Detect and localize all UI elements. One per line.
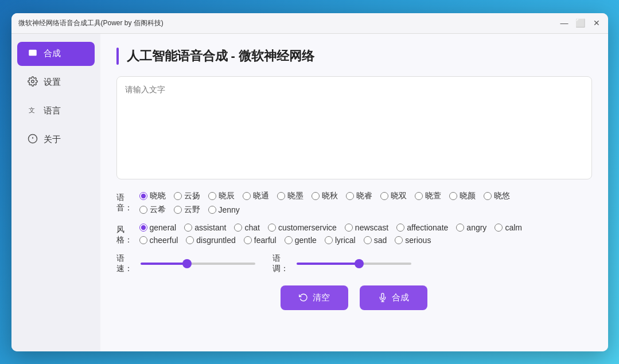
main-window: 微软神经网络语音合成工具(Power by 佰阁科技) — ⬜ ✕ 合成 设置 bbox=[11, 13, 608, 351]
language-icon: 文 bbox=[28, 105, 38, 118]
style-disgruntled[interactable]: disgruntled bbox=[186, 236, 236, 245]
voice-row-2: 云希 云野 Jenny bbox=[139, 205, 592, 215]
content-area: 人工智能语音合成 - 微软神经网络 语音： 晓晓 云扬 bbox=[100, 34, 608, 351]
button-row: 清空 合成 bbox=[116, 285, 592, 310]
style-cheerful[interactable]: cheerful bbox=[139, 236, 178, 245]
voice-xiaorong[interactable]: 晓睿 bbox=[346, 191, 372, 201]
pitch-group: 语调： bbox=[272, 253, 411, 274]
pitch-slider[interactable] bbox=[297, 263, 411, 265]
style-fearful[interactable]: fearful bbox=[244, 236, 277, 245]
voice-yunxi[interactable]: 云希 bbox=[139, 205, 166, 215]
voice-xiaoyou[interactable]: 晓悠 bbox=[484, 191, 510, 201]
style-angry[interactable]: angry bbox=[456, 223, 486, 232]
pitch-label: 语调： bbox=[272, 253, 291, 274]
voice-xiaoxuan[interactable]: 晓萱 bbox=[415, 191, 441, 201]
settings-icon bbox=[28, 76, 38, 89]
minimize-button[interactable]: — bbox=[560, 18, 569, 28]
page-title: 人工智能语音合成 - 微软神经网络 bbox=[127, 48, 315, 65]
text-input[interactable] bbox=[116, 76, 592, 179]
window-title: 微软神经网络语音合成工具(Power by 佰阁科技) bbox=[18, 18, 560, 28]
sidebar-item-about[interactable]: 关于 bbox=[17, 128, 95, 152]
style-sad[interactable]: sad bbox=[364, 236, 387, 245]
about-icon bbox=[28, 134, 38, 146]
sidebar-label-about: 关于 bbox=[44, 134, 61, 145]
style-options: general assistant chat customerservice bbox=[139, 223, 592, 245]
style-general[interactable]: general bbox=[139, 223, 177, 232]
voice-xiaoshuang[interactable]: 晓双 bbox=[380, 191, 407, 201]
style-chat[interactable]: chat bbox=[234, 223, 259, 232]
main-layout: 合成 设置 文 语言 关于 bbox=[11, 34, 608, 351]
voice-yunye[interactable]: 云野 bbox=[174, 205, 200, 215]
clear-icon bbox=[299, 293, 308, 302]
voice-xiaomo[interactable]: 晓墨 bbox=[277, 191, 303, 201]
header-divider bbox=[116, 48, 119, 65]
synthesize-button[interactable]: 合成 bbox=[360, 285, 427, 310]
style-customerservice[interactable]: customerservice bbox=[268, 223, 337, 232]
voice-row-1: 晓晓 云扬 晓辰 晓通 晓墨 bbox=[139, 191, 592, 201]
clear-button[interactable]: 清空 bbox=[281, 285, 348, 310]
sidebar-label-language: 语言 bbox=[44, 105, 61, 116]
style-label: 风格： bbox=[116, 223, 139, 245]
voice-yunyang[interactable]: 云扬 bbox=[174, 191, 200, 201]
style-calm[interactable]: calm bbox=[495, 223, 522, 232]
voice-xiaoxiao[interactable]: 晓晓 bbox=[139, 191, 166, 201]
voice-options: 晓晓 云扬 晓辰 晓通 晓墨 bbox=[139, 191, 592, 215]
style-gentle[interactable]: gentle bbox=[285, 236, 317, 245]
voice-xiaochen[interactable]: 晓辰 bbox=[208, 191, 235, 201]
synthesize-icon bbox=[28, 48, 38, 60]
sidebar-item-synthesize[interactable]: 合成 bbox=[17, 42, 95, 66]
style-row-1: general assistant chat customerservice bbox=[139, 223, 592, 232]
style-newscast[interactable]: newscast bbox=[345, 223, 388, 232]
maximize-button[interactable]: ⬜ bbox=[576, 18, 585, 28]
sidebar-label-settings: 设置 bbox=[44, 77, 61, 88]
style-serious[interactable]: serious bbox=[395, 236, 431, 245]
svg-point-2 bbox=[31, 80, 34, 83]
sidebar-item-language[interactable]: 文 语言 bbox=[17, 99, 95, 123]
page-header: 人工智能语音合成 - 微软神经网络 bbox=[116, 48, 592, 65]
voice-xiaoqiu[interactable]: 晓秋 bbox=[312, 191, 338, 201]
sidebar: 合成 设置 文 语言 关于 bbox=[11, 34, 100, 351]
titlebar: 微软神经网络语音合成工具(Power by 佰阁科技) — ⬜ ✕ bbox=[11, 13, 608, 34]
speed-slider[interactable] bbox=[141, 263, 255, 265]
slider-row: 语速： 语调： bbox=[116, 253, 592, 274]
speed-label: 语速： bbox=[116, 253, 135, 274]
voice-xiaotong[interactable]: 晓通 bbox=[243, 191, 269, 201]
synthesize-icon bbox=[378, 293, 387, 302]
voice-jenny[interactable]: Jenny bbox=[208, 205, 240, 215]
voice-xiaoyan[interactable]: 晓颜 bbox=[449, 191, 476, 201]
style-row: 风格： general assistant chat cu bbox=[116, 223, 592, 245]
svg-text:文: 文 bbox=[28, 106, 34, 113]
style-lyrical[interactable]: lyrical bbox=[325, 236, 356, 245]
close-button[interactable]: ✕ bbox=[592, 18, 601, 28]
voice-label: 语音： bbox=[116, 191, 139, 213]
window-controls: — ⬜ ✕ bbox=[560, 18, 601, 28]
sidebar-label-synthesize: 合成 bbox=[44, 48, 61, 59]
voice-row: 语音： 晓晓 云扬 晓辰 晓通 bbox=[116, 191, 592, 215]
style-assistant[interactable]: assistant bbox=[184, 223, 226, 232]
style-affectionate[interactable]: affectionate bbox=[396, 223, 448, 232]
style-row-2: cheerful disgruntled fearful gentle bbox=[139, 236, 592, 245]
sidebar-item-settings[interactable]: 设置 bbox=[17, 71, 95, 95]
speed-group: 语速： bbox=[116, 253, 255, 274]
